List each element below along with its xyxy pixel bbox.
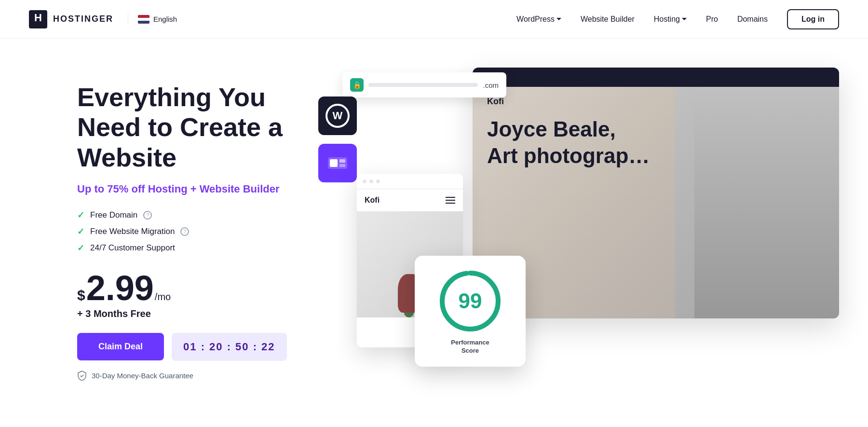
hostinger-logo-icon: H	[29, 10, 47, 28]
language-label: English	[153, 15, 177, 23]
url-bar: 🔒 .com	[342, 72, 506, 97]
list-item: ✓ 24/7 Customer Support	[77, 243, 289, 253]
nav-item-pro[interactable]: Pro	[706, 15, 718, 24]
svg-text:H: H	[34, 11, 42, 23]
mobile-toolbar	[357, 174, 463, 189]
list-item: ✓ Free Domain ?	[77, 210, 289, 220]
mobile-dot	[369, 179, 373, 183]
mobile-dot	[376, 179, 380, 183]
hero-title: Everything You Need to Create a Website	[77, 82, 289, 172]
svg-rect-5	[339, 164, 345, 167]
mobile-site-name: Kofi	[365, 196, 380, 205]
nav-item-wordpress[interactable]: WordPress	[516, 15, 561, 24]
chevron-down-icon	[682, 18, 687, 20]
price-free: + 3 Months Free	[77, 308, 289, 319]
check-icon: ✓	[77, 210, 84, 220]
nav-item-website-builder[interactable]: Website Builder	[581, 15, 635, 24]
logo[interactable]: H HOSTINGER	[29, 10, 113, 28]
svg-rect-3	[330, 159, 338, 167]
mobile-dot	[363, 179, 366, 183]
shield-icon	[77, 371, 87, 381]
url-line	[368, 83, 478, 87]
countdown-timer: 01 : 20 : 50 : 22	[172, 333, 287, 361]
website-hero-text: Joyce Beale, Art photograp…	[487, 116, 650, 169]
flag-icon	[138, 15, 149, 24]
info-icon[interactable]: ?	[143, 211, 152, 220]
hero-right: 🔒 .com W	[318, 58, 839, 405]
price-block: $ 2.99 /mo + 3 Months Free	[77, 271, 289, 319]
login-button[interactable]: Log in	[787, 9, 839, 29]
website-preview: Kofi Joyce Beale, Art photograp…	[473, 87, 839, 318]
features-list: ✓ Free Domain ? ✓ Free Website Migration…	[77, 210, 289, 253]
webflow-icon	[326, 154, 349, 172]
price-number: 2.99	[86, 271, 154, 305]
hero-left: Everything You Need to Create a Website …	[77, 82, 318, 381]
ssl-badge: 🔒	[350, 78, 364, 92]
hero-section: Everything You Need to Create a Website …	[0, 39, 868, 425]
browser-large: Kofi Joyce Beale, Art photograp…	[473, 68, 839, 318]
list-item: ✓ Free Website Migration ?	[77, 226, 289, 237]
info-icon[interactable]: ?	[180, 227, 189, 236]
wordpress-icon: W	[326, 104, 350, 128]
logo-text: HOSTINGER	[53, 14, 113, 24]
hamburger-icon[interactable]	[446, 197, 455, 204]
cta-row: Claim Deal 01 : 20 : 50 : 22	[77, 333, 289, 361]
website-site-name: Kofi	[473, 87, 839, 116]
nav-item-domains[interactable]: Domains	[737, 15, 768, 24]
performance-ring: 99	[436, 267, 504, 335]
price-dollar: $	[77, 287, 85, 303]
navigation: H HOSTINGER English WordPress Website Bu…	[0, 0, 868, 39]
hero-subtitle: Up to 75% off Hosting + Website Builder	[77, 183, 289, 195]
wordpress-icon-box: W	[318, 96, 357, 135]
performance-score-card: 99 PerformanceScore	[415, 256, 526, 367]
claim-deal-button[interactable]: Claim Deal	[77, 333, 164, 360]
performance-score-label: PerformanceScore	[451, 339, 489, 355]
browser-toolbar	[473, 68, 839, 87]
url-dot-com: .com	[483, 81, 499, 89]
performance-score-text: 99	[459, 290, 482, 312]
nav-right: WordPress Website Builder Hosting Pro Do…	[516, 9, 839, 29]
performance-score-number: 99	[459, 290, 482, 312]
webflow-icon-box	[318, 144, 357, 182]
chevron-down-icon	[556, 18, 561, 20]
check-icon: ✓	[77, 243, 84, 253]
svg-rect-4	[339, 159, 345, 163]
price-per-month: /mo	[155, 291, 171, 303]
nav-item-hosting[interactable]: Hosting	[654, 15, 687, 24]
mobile-header: Kofi	[357, 189, 463, 211]
browser-body: Kofi Joyce Beale, Art photograp…	[473, 87, 839, 318]
nav-divider	[128, 14, 128, 25]
check-icon: ✓	[77, 226, 84, 237]
language-selector[interactable]: English	[138, 15, 177, 24]
guarantee-text: 30-Day Money-Back Guarantee	[77, 371, 289, 381]
